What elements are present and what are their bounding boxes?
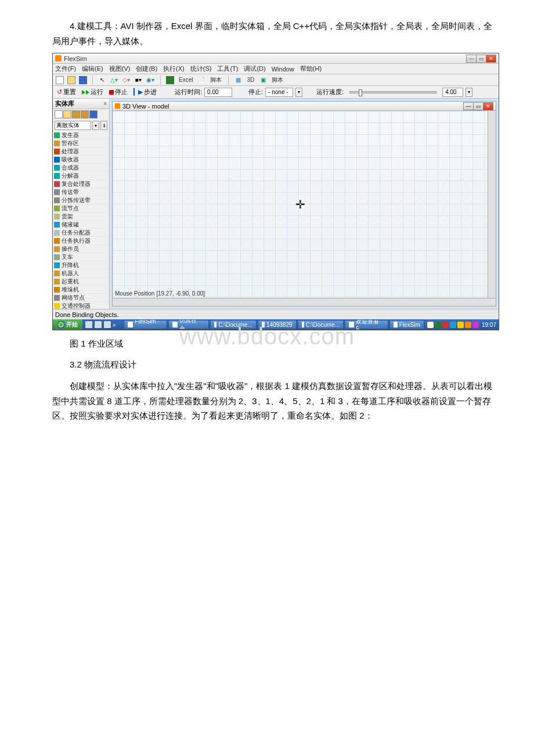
library-filter-combo[interactable]: 离散实体 <box>55 121 91 130</box>
new-file-icon[interactable] <box>56 76 64 84</box>
menu-item[interactable]: 编辑(E) <box>82 64 103 73</box>
library-item[interactable]: 吸收器 <box>53 156 109 164</box>
shape-tool-icon[interactable]: ◉▾ <box>145 75 156 85</box>
library-item[interactable]: 任务分配器 <box>53 229 109 237</box>
library-item-icon <box>54 173 60 179</box>
library-item-label: 任务分配器 <box>62 229 91 237</box>
library-item-icon <box>54 254 60 260</box>
library-filter-dropdown-icon[interactable]: ▾ <box>92 121 99 130</box>
lib-ic5[interactable] <box>89 110 98 118</box>
ql-icon[interactable] <box>94 321 102 329</box>
lib-ic3[interactable] <box>72 110 80 118</box>
stoptime-field[interactable]: - none - <box>265 88 293 97</box>
menu-item[interactable]: 调试(D) <box>244 64 265 73</box>
menu-item[interactable]: 执行(X) <box>163 64 185 73</box>
tray-icon[interactable] <box>442 322 449 328</box>
library-filter-row: 离散实体 ▾ ℹ <box>53 120 109 131</box>
library-item[interactable]: 操作员 <box>53 245 109 253</box>
taskbar-app-label: 仿真在仓... <box>179 320 205 329</box>
library-item[interactable]: 网络节点 <box>53 294 109 302</box>
menu-item[interactable]: 统计(S) <box>190 64 212 73</box>
menu-item[interactable]: 创建(B) <box>136 64 157 73</box>
tray-icon[interactable] <box>472 322 479 328</box>
paragraph-tools: 4.建模工具：AVI 制作器，Excel 界面，临时实体箱，全局 C++代码，全… <box>52 19 499 48</box>
speed-dropdown-icon[interactable]: ▾ <box>466 88 472 97</box>
taskbar-button[interactable]: 14093829 <box>258 320 297 329</box>
taskbar-button[interactable]: C:\Docume... <box>298 320 344 329</box>
library-item[interactable]: 储液罐 <box>53 221 109 229</box>
taskbar-app-icon <box>302 322 304 327</box>
excel-icon[interactable] <box>166 76 174 84</box>
runtime-field[interactable]: 0.00 <box>204 88 232 97</box>
run-button[interactable]: 运行 <box>80 88 105 96</box>
library-item[interactable]: 堆垛机 <box>53 286 109 294</box>
tray-icon[interactable] <box>427 322 434 328</box>
library-item[interactable]: 升降机 <box>53 261 109 269</box>
stoptime-dropdown-icon[interactable]: ▾ <box>295 88 302 97</box>
mouse-position-status: Mouse Position [19.27, -6.90, 0.00] <box>113 289 207 298</box>
taskbar-button[interactable]: FlexSim <box>389 320 424 329</box>
speed-slider[interactable] <box>349 91 436 93</box>
taskbar-button[interactable]: 仿真在仓... <box>168 320 209 329</box>
menu-item[interactable]: Window <box>272 66 294 73</box>
start-button[interactable]: 开始 <box>53 319 82 330</box>
3d-canvas[interactable]: ✛ Mouse Position [19.27, -6.90, 0.00] <box>113 111 488 298</box>
taskbar-button[interactable]: FlexSim - ... <box>124 320 167 329</box>
library-item[interactable]: 处理器 <box>53 147 109 156</box>
dropdown-b-icon[interactable]: ◇▾ <box>121 75 131 85</box>
library-item[interactable]: 交通控制器 <box>53 302 109 309</box>
library-item[interactable]: 机器人 <box>53 269 109 278</box>
ql-chevron-icon[interactable]: » <box>113 321 121 329</box>
taskbar-button[interactable]: C:\Docume... <box>210 320 257 329</box>
cursor-tool-icon[interactable]: ↖ <box>98 75 107 85</box>
maximize-button[interactable]: ▭ <box>476 55 486 63</box>
library-filter-extra-icon[interactable]: ℹ <box>100 121 107 130</box>
tray-icon[interactable] <box>457 322 464 328</box>
vertical-scrollbar[interactable] <box>488 111 496 298</box>
taskbar-button[interactable]: 欢迎查看F... <box>345 320 388 329</box>
close-button[interactable]: ✕ <box>486 55 496 63</box>
library-item[interactable]: 分解器 <box>53 172 109 180</box>
speed-field[interactable]: 4.00 <box>442 88 463 97</box>
menu-item[interactable]: 文件(F) <box>55 64 76 73</box>
library-item[interactable]: 发生器 <box>53 131 109 139</box>
library-item[interactable]: 合成器 <box>53 164 109 172</box>
menu-item[interactable]: 视图(V) <box>109 64 131 73</box>
stop-button[interactable]: 停止 <box>107 88 129 96</box>
minimize-button[interactable]: — <box>466 55 477 63</box>
library-item[interactable]: 暂存区 <box>53 139 109 147</box>
view-minimize-button[interactable]: — <box>463 102 474 110</box>
taskbar-app-label: C:\Docume... <box>218 322 252 328</box>
menu-item[interactable]: 工具(T) <box>217 64 238 73</box>
ql-icon[interactable] <box>103 321 111 329</box>
box-tool-icon[interactable]: ■▾ <box>134 75 143 85</box>
library-item[interactable]: 流节点 <box>53 204 109 213</box>
menu-item[interactable]: 帮助(H) <box>300 64 322 73</box>
lib-ic1[interactable] <box>55 110 63 118</box>
reset-button[interactable]: ↺重置 <box>55 88 78 96</box>
tray-icon[interactable] <box>465 322 471 328</box>
lib-ic2[interactable] <box>63 110 71 118</box>
dropdown-a-icon[interactable]: △▾ <box>109 75 119 85</box>
library-item[interactable]: 任务执行器 <box>53 237 109 245</box>
library-item[interactable]: 传送带 <box>53 188 109 196</box>
script-icon[interactable]: 📄 <box>197 75 206 85</box>
output-icon[interactable]: ▣ <box>258 75 268 85</box>
open-file-icon[interactable] <box>67 76 75 84</box>
ql-icon[interactable] <box>85 321 93 329</box>
view-maximize-button[interactable]: ▭ <box>473 102 484 110</box>
tray-icon[interactable] <box>450 322 456 328</box>
view-close-button[interactable]: ✕ <box>483 102 493 110</box>
library-close-icon[interactable]: × <box>103 100 107 107</box>
save-file-icon[interactable] <box>79 76 87 84</box>
library-item[interactable]: 叉车 <box>53 253 109 261</box>
library-item[interactable]: 复合处理器 <box>53 180 109 188</box>
library-item[interactable]: 起重机 <box>53 278 109 286</box>
tray-icon[interactable] <box>435 322 441 328</box>
library-item[interactable]: 货架 <box>53 213 109 221</box>
step-button[interactable]: ▎▶步进 <box>132 88 158 96</box>
library-item[interactable]: 分拣传送带 <box>53 196 109 204</box>
horizontal-scrollbar[interactable] <box>113 298 496 306</box>
grid-icon[interactable]: ▦ <box>233 75 243 85</box>
lib-ic4[interactable] <box>81 110 89 118</box>
